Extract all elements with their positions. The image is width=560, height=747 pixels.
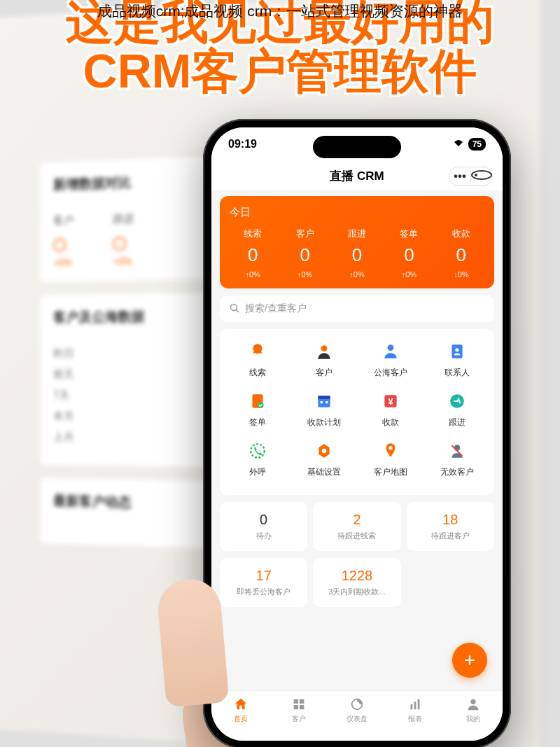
customer-icon bbox=[313, 340, 335, 363]
plus-icon: + bbox=[464, 649, 475, 671]
grid-item-contact[interactable]: 联系人 bbox=[424, 340, 490, 379]
tab-label: 报表 bbox=[386, 714, 444, 724]
battery-indicator: 75 bbox=[468, 138, 486, 151]
grid-label: 客户 bbox=[290, 367, 357, 379]
more-icon[interactable]: ••• bbox=[449, 169, 470, 183]
grid-label: 收款 bbox=[357, 417, 424, 428]
todo-grid-2: 17 即将丢公海客户 1228 3天内到期收款... bbox=[220, 558, 494, 607]
stats-value: 0 bbox=[279, 244, 330, 266]
grid-label: 客户地图 bbox=[357, 466, 424, 478]
todo-grid-1: 0 待办 2 待跟进线索 18 待跟进客户 bbox=[220, 502, 494, 551]
page-caption: 成品视频crm;成品视频 crm：一站式管理视频资源的神器 bbox=[0, 1, 560, 21]
stats-value: 0 bbox=[383, 244, 435, 266]
grid-label: 收款计划 bbox=[290, 417, 357, 428]
home-icon bbox=[233, 697, 248, 712]
svg-point-17 bbox=[321, 449, 326, 454]
stats-label: 线索 bbox=[227, 228, 279, 240]
todo-number: 2 bbox=[316, 512, 398, 528]
miniapp-actions: ••• bbox=[449, 167, 493, 186]
todo-label: 即将丢公海客户 bbox=[223, 587, 304, 597]
todo-card-1[interactable]: 2 待跟进线索 bbox=[313, 502, 400, 551]
close-miniapp-icon[interactable] bbox=[471, 169, 492, 183]
tab-label: 仪表盘 bbox=[328, 714, 386, 724]
settings-icon bbox=[313, 440, 335, 462]
svg-line-1 bbox=[237, 309, 239, 312]
stats-item-1[interactable]: 客户 0 ↑0% bbox=[279, 228, 330, 279]
grid-label: 联系人 bbox=[424, 367, 490, 379]
tab-dashboard[interactable]: 仪表盘 bbox=[328, 691, 386, 732]
todo-card-2[interactable]: 18 待跟进客户 bbox=[407, 502, 494, 551]
grid-label: 签单 bbox=[224, 417, 290, 428]
svg-point-0 bbox=[231, 304, 237, 310]
grid-item-pool[interactable]: 公海客户 bbox=[357, 340, 424, 379]
phone-screen: 09:19 75 直播 CRM ••• 今日 线索 0 ↑0% 客户 0 bbox=[211, 127, 503, 741]
stats-change: ↓0% bbox=[435, 270, 487, 279]
grid-label: 跟进 bbox=[424, 417, 490, 428]
tab-profile[interactable]: 我的 bbox=[444, 691, 503, 732]
app-header: 直播 CRM ••• bbox=[211, 161, 503, 190]
tab-label: 我的 bbox=[444, 714, 503, 724]
grid-item-customer[interactable]: 客户 bbox=[290, 340, 357, 379]
tab-label: 客户 bbox=[270, 714, 328, 724]
todo-label: 待跟进客户 bbox=[410, 531, 491, 541]
phone-device: 09:19 75 直播 CRM ••• 今日 线索 0 ↑0% 客户 0 bbox=[203, 119, 511, 747]
profile-icon bbox=[465, 697, 481, 712]
contract-icon bbox=[246, 390, 269, 412]
svg-rect-21 bbox=[293, 699, 298, 704]
grid-label: 基础设置 bbox=[290, 466, 357, 478]
todo-number: 17 bbox=[223, 568, 304, 584]
todo-card-4[interactable]: 1228 3天内到期收款... bbox=[313, 558, 400, 607]
grid-item-plan[interactable]: 收款计划 bbox=[290, 390, 357, 428]
phone-notch bbox=[313, 136, 401, 158]
status-time: 09:19 bbox=[228, 138, 257, 151]
tab-customers-tab[interactable]: 客户 bbox=[270, 691, 328, 732]
grid-item-map[interactable]: 客户地图 bbox=[357, 440, 424, 478]
dashboard-icon bbox=[349, 697, 365, 712]
svg-rect-24 bbox=[300, 705, 304, 709]
stats-change: ↑0% bbox=[383, 270, 435, 279]
search-placeholder: 搜索/查重客户 bbox=[245, 302, 307, 315]
contact-icon bbox=[446, 340, 468, 363]
svg-rect-11 bbox=[326, 401, 328, 403]
grid-item-call[interactable]: 外呼 bbox=[224, 440, 290, 478]
search-icon bbox=[230, 303, 239, 315]
add-button[interactable]: + bbox=[452, 643, 487, 678]
tab-report[interactable]: 报表 bbox=[386, 691, 444, 732]
svg-point-3 bbox=[387, 344, 393, 351]
stats-label: 签单 bbox=[383, 228, 435, 240]
search-input[interactable]: 搜索/查重客户 bbox=[220, 295, 494, 322]
stats-value: 0 bbox=[331, 244, 383, 266]
grid-item-contract[interactable]: 签单 bbox=[224, 390, 290, 428]
grid-label: 无效客户 bbox=[424, 466, 490, 478]
pool-icon bbox=[379, 340, 402, 363]
svg-rect-27 bbox=[414, 701, 416, 709]
tab-bar: 首页 客户 仪表盘 报表 我的 bbox=[211, 690, 503, 741]
todo-card-0[interactable]: 0 待办 bbox=[220, 502, 307, 551]
map-icon bbox=[379, 440, 402, 462]
grid-item-followup[interactable]: 跟进 bbox=[424, 390, 490, 428]
stats-item-0[interactable]: 线索 0 ↑0% bbox=[227, 228, 279, 279]
leads-icon bbox=[246, 340, 269, 363]
todo-label: 待办 bbox=[223, 531, 304, 541]
grid-label: 外呼 bbox=[224, 466, 290, 478]
grid-item-settings[interactable]: 基础设置 bbox=[290, 440, 357, 478]
svg-text:¥: ¥ bbox=[388, 396, 393, 407]
stats-item-2[interactable]: 跟进 0 ↑0% bbox=[331, 228, 383, 279]
svg-point-18 bbox=[388, 446, 392, 449]
customers-tab-icon bbox=[291, 697, 307, 712]
stats-value: 0 bbox=[435, 244, 487, 266]
todo-number: 0 bbox=[223, 512, 304, 528]
stats-item-3[interactable]: 签单 0 ↑0% bbox=[383, 228, 435, 279]
svg-rect-22 bbox=[300, 699, 304, 704]
grid-item-invalid[interactable]: 无效客户 bbox=[424, 440, 490, 478]
svg-rect-28 bbox=[418, 699, 420, 710]
wifi-icon bbox=[453, 139, 464, 150]
grid-label: 线索 bbox=[224, 367, 290, 379]
svg-rect-26 bbox=[411, 704, 413, 709]
grid-item-payment[interactable]: ¥ 收款 bbox=[357, 390, 424, 428]
stats-item-4[interactable]: 收款 0 ↓0% bbox=[435, 228, 487, 279]
grid-item-leads[interactable]: 线索 bbox=[224, 340, 290, 379]
svg-rect-10 bbox=[320, 401, 322, 403]
stats-change: ↑0% bbox=[279, 270, 330, 279]
todo-card-3[interactable]: 17 即将丢公海客户 bbox=[220, 558, 307, 607]
